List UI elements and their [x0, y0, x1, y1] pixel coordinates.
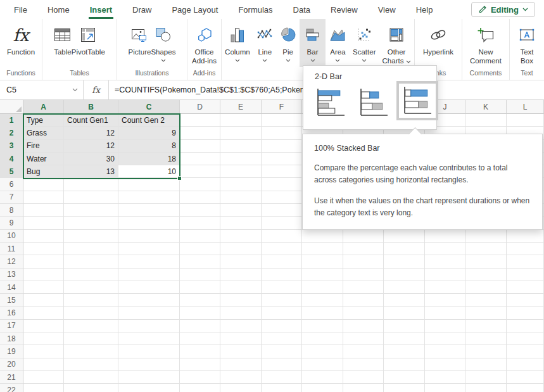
cell-A7[interactable] [23, 191, 64, 204]
cell-D19[interactable] [180, 345, 220, 358]
cell-C9[interactable] [118, 217, 180, 229]
cell-D16[interactable] [180, 307, 220, 319]
cell-F9[interactable] [262, 217, 302, 229]
cell-K15[interactable] [465, 294, 507, 307]
row-header-16[interactable]: 16 [0, 307, 23, 319]
cell-F4[interactable] [262, 153, 302, 165]
menu-help[interactable]: Help [406, 0, 443, 19]
cell-C16[interactable] [118, 307, 180, 319]
line-chart-button[interactable]: Line [253, 19, 277, 67]
row-header-12[interactable]: 12 [0, 255, 23, 268]
cell-B13[interactable] [64, 269, 118, 281]
cell-F5[interactable] [262, 165, 302, 178]
cell-B7[interactable] [64, 191, 118, 204]
cell-E1[interactable] [220, 114, 262, 127]
cell-I18[interactable] [384, 332, 425, 345]
menu-data[interactable]: Data [283, 0, 320, 19]
cell-K22[interactable] [465, 384, 507, 392]
cell-D8[interactable] [180, 204, 220, 217]
cell-K16[interactable] [465, 307, 507, 319]
menu-file[interactable]: File [0, 0, 37, 19]
cell-A10[interactable] [23, 230, 64, 243]
100-stacked-bar-option[interactable] [396, 81, 438, 120]
menu-review[interactable]: Review [320, 0, 368, 19]
menu-formulas[interactable]: Formulas [228, 0, 282, 19]
cell-J11[interactable] [425, 243, 465, 255]
cell-F22[interactable] [262, 384, 302, 392]
cell-L15[interactable] [507, 294, 544, 307]
cell-H14[interactable] [343, 281, 384, 294]
cell-B1[interactable]: Count Gen1 [64, 114, 118, 127]
cell-A15[interactable] [23, 294, 64, 307]
cell-D22[interactable] [180, 384, 220, 392]
cell-L17[interactable] [507, 320, 544, 332]
cell-B9[interactable] [64, 217, 118, 229]
row-header-5[interactable]: 5 [0, 165, 23, 178]
cell-B3[interactable]: 12 [64, 140, 118, 153]
cell-E2[interactable] [220, 127, 262, 139]
cell-L19[interactable] [507, 345, 544, 358]
cell-I21[interactable] [384, 371, 425, 384]
cell-K19[interactable] [465, 345, 507, 358]
cell-A1[interactable]: Type [23, 114, 64, 127]
cell-F14[interactable] [262, 281, 302, 294]
cell-D5[interactable] [180, 165, 220, 178]
menu-view[interactable]: View [368, 0, 406, 19]
cell-H15[interactable] [343, 294, 384, 307]
area-chart-button[interactable]: Area [326, 19, 350, 67]
row-header-18[interactable]: 18 [0, 332, 23, 345]
cell-B19[interactable] [64, 345, 118, 358]
cell-A16[interactable] [23, 307, 64, 319]
cell-F21[interactable] [262, 371, 302, 384]
cell-G11[interactable] [302, 243, 343, 255]
cell-A3[interactable]: Fire [23, 140, 64, 153]
cell-C10[interactable] [118, 230, 180, 243]
cell-D6[interactable] [180, 178, 220, 191]
cell-C2[interactable]: 9 [118, 127, 180, 139]
cell-F19[interactable] [262, 345, 302, 358]
bar-chart-button[interactable]: Bar [300, 19, 326, 67]
cell-D1[interactable] [180, 114, 220, 127]
cell-B5[interactable]: 13 [64, 165, 118, 178]
cell-A4[interactable]: Water [23, 153, 64, 165]
cell-H20[interactable] [343, 358, 384, 371]
cell-B21[interactable] [64, 371, 118, 384]
cell-D21[interactable] [180, 371, 220, 384]
cell-L11[interactable] [507, 243, 544, 255]
cell-E13[interactable] [220, 269, 262, 281]
cell-L22[interactable] [507, 384, 544, 392]
cell-I17[interactable] [384, 320, 425, 332]
cell-L1[interactable] [507, 114, 544, 127]
cell-K14[interactable] [465, 281, 507, 294]
row-header-11[interactable]: 11 [0, 243, 23, 255]
cell-J18[interactable] [425, 332, 465, 345]
row-header-3[interactable]: 3 [0, 140, 23, 153]
row-header-17[interactable]: 17 [0, 320, 23, 332]
row-header-10[interactable]: 10 [0, 230, 23, 243]
cell-G17[interactable] [302, 320, 343, 332]
cell-D20[interactable] [180, 358, 220, 371]
shapes-button[interactable]: Shapes [151, 19, 175, 67]
cell-L14[interactable] [507, 281, 544, 294]
picture-button[interactable]: Picture [129, 19, 151, 67]
cell-D14[interactable] [180, 281, 220, 294]
cell-G18[interactable] [302, 332, 343, 345]
row-header-8[interactable]: 8 [0, 204, 23, 217]
cell-E17[interactable] [220, 320, 262, 332]
table-button[interactable]: Table [54, 19, 72, 67]
cell-H16[interactable] [343, 307, 384, 319]
cell-D10[interactable] [180, 230, 220, 243]
cell-I13[interactable] [384, 269, 425, 281]
new-comment-button[interactable]: New Comment [467, 19, 505, 67]
menu-home[interactable]: Home [37, 0, 80, 19]
cell-E14[interactable] [220, 281, 262, 294]
cell-F12[interactable] [262, 255, 302, 268]
cell-A20[interactable] [23, 358, 64, 371]
row-header-2[interactable]: 2 [0, 127, 23, 139]
cell-B6[interactable] [64, 178, 118, 191]
cell-D17[interactable] [180, 320, 220, 332]
other-charts-button[interactable]: Other Charts [379, 19, 414, 67]
menu-insert[interactable]: Insert [80, 0, 122, 19]
column-header-E[interactable]: E [220, 100, 262, 114]
cell-I12[interactable] [384, 255, 425, 268]
